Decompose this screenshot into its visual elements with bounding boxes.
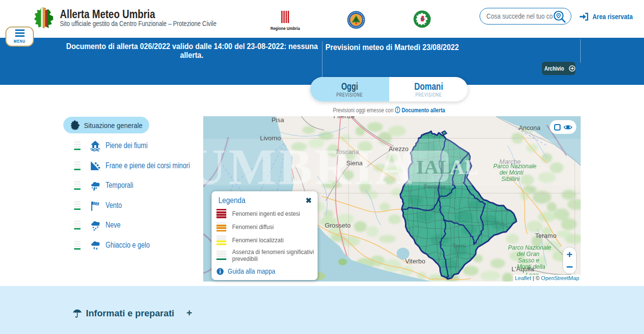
svg-text:IAL: IAL	[416, 155, 452, 178]
svg-text:Toscana: Toscana	[335, 148, 359, 155]
svg-text:Sasso e: Sasso e	[518, 257, 539, 264]
svg-text:Viterbo: Viterbo	[405, 257, 426, 265]
svg-text:Ancona: Ancona	[519, 124, 541, 131]
svg-text:Siena: Siena	[346, 159, 363, 167]
svg-text:Terni: Terni	[452, 242, 466, 250]
svg-text:Parco Nazionale: Parco Nazionale	[493, 163, 537, 170]
svg-text:Pisa: Pisa	[271, 116, 284, 124]
svg-text:Arezzo: Arezzo	[389, 145, 408, 153]
svg-text:Firenze: Firenze	[333, 116, 354, 120]
svg-text:Livorno: Livorno	[260, 134, 281, 142]
svg-text:dei Monti: dei Monti	[500, 169, 524, 176]
svg-text:Grosseto: Grosseto	[325, 222, 351, 229]
svg-text:Perugia: Perugia	[424, 183, 446, 190]
svg-text:Monti della: Monti della	[517, 263, 545, 270]
svg-text:Parco Nazionale: Parco Nazionale	[508, 244, 551, 251]
svg-text:Sibillini: Sibillini	[501, 176, 520, 182]
svg-text:del Gran: del Gran	[517, 251, 539, 257]
svg-text:Teramo: Teramo	[535, 232, 556, 239]
svg-text:AL: AL	[450, 156, 478, 179]
svg-text:UMBRIA: UMBRIA	[203, 139, 415, 195]
